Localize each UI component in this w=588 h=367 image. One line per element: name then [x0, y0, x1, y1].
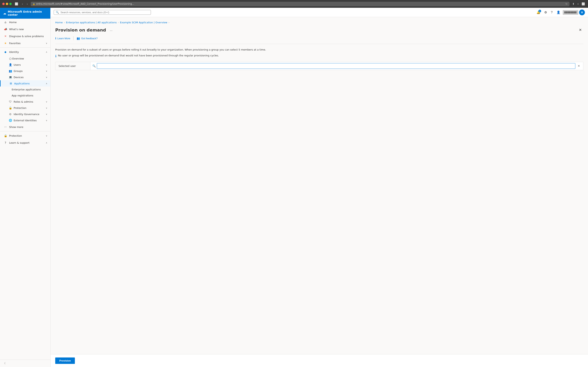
- address-bar[interactable]: 🔒 entra.microsoft.com/#view/Microsoft_AA…: [31, 2, 569, 6]
- lock-icon: 🔒: [33, 3, 35, 5]
- search-input[interactable]: [60, 11, 149, 14]
- page-header: Provision on demand ... ✕: [55, 27, 583, 33]
- settings-btn[interactable]: ⚙: [543, 9, 548, 16]
- sidebar-toggle-btn[interactable]: ⬜: [14, 2, 19, 6]
- sidebar-nav: ⌂ Home 📣 What's new ✕ Diagnose & solve p…: [0, 19, 50, 360]
- sidebar-item-applications[interactable]: ⊞ Applications ∧: [0, 80, 50, 86]
- tabs-btn[interactable]: ⬜: [581, 1, 586, 6]
- sidebar-item-protection[interactable]: 🔒 Protection ∨: [0, 105, 50, 111]
- protection-chevron-icon: ∨: [46, 107, 47, 109]
- applications-icon: ⊞: [9, 82, 13, 85]
- sidebar-item-learn-support[interactable]: ? Learn & support ∧: [0, 139, 50, 146]
- learn-more-label: Learn More: [57, 37, 70, 40]
- collapse-sidebar-btn[interactable]: 《: [3, 362, 47, 365]
- notification-badge: 1: [538, 10, 541, 12]
- sidebar-item-show-more-label: Show more: [9, 125, 47, 128]
- protection-icon: 🔒: [8, 106, 12, 109]
- whats-new-icon: 📣: [4, 28, 7, 31]
- sidebar-item-show-more[interactable]: ··· Show more: [0, 124, 50, 130]
- search-icon: 🔍: [56, 11, 59, 14]
- sidebar-item-roles-label: Roles & admins: [14, 100, 44, 103]
- sidebar-item-protection-bottom[interactable]: 🔒 Protection ∨: [0, 132, 50, 139]
- users-icon: 👤: [8, 63, 12, 66]
- identity-governance-chevron-icon: ∨: [46, 113, 47, 115]
- sidebar-item-overview[interactable]: ○ Overview: [0, 55, 50, 62]
- sidebar-item-diagnose-label: Diagnose & solve problems: [9, 35, 47, 38]
- app-name: Microsoft Entra admin center: [8, 10, 47, 16]
- close-panel-btn[interactable]: ✕: [577, 27, 583, 33]
- maximize-traffic-light[interactable]: [9, 3, 12, 5]
- sidebar-item-app-registrations[interactable]: App registrations: [0, 92, 50, 99]
- sidebar-item-roles-admins[interactable]: 🛡 Roles & admins ∨: [0, 99, 50, 105]
- home-icon: ⌂: [4, 21, 7, 24]
- provision-section: Provision: [50, 354, 588, 367]
- sidebar-item-external-identities[interactable]: 🌐 External Identities ∨: [0, 117, 50, 124]
- users-chevron-icon: ∨: [46, 64, 47, 66]
- new-tab-btn[interactable]: +: [577, 1, 580, 6]
- identity-chevron-icon: ∧: [46, 51, 47, 53]
- app-container: ☁ Microsoft Entra admin center ⌂ Home 📣 …: [0, 8, 588, 367]
- sidebar-item-learn-support-label: Learn & support: [9, 141, 44, 144]
- notification-btn[interactable]: 🔔 1: [535, 9, 542, 16]
- sidebar-item-identity-governance[interactable]: ⊙ Identity Governance ∨: [0, 111, 50, 117]
- sidebar-item-diagnose[interactable]: ✕ Diagnose & solve problems: [0, 33, 50, 40]
- sidebar-item-overview-label: Overview: [12, 57, 24, 60]
- sidebar-item-favorites[interactable]: ★ Favorites ∨: [0, 40, 50, 47]
- groups-icon: 👥: [8, 69, 12, 73]
- more-options-btn[interactable]: ...: [108, 27, 114, 33]
- learn-support-icon: ?: [4, 141, 7, 144]
- back-btn[interactable]: ‹: [21, 2, 24, 6]
- search-box[interactable]: 🔍: [54, 10, 151, 15]
- form-clear-btn[interactable]: ✕: [577, 64, 581, 68]
- breadcrumb-enterprise-apps[interactable]: Enterprise applications | All applicatio…: [66, 21, 117, 24]
- form-input-cell: 🔍 ✕: [90, 62, 583, 70]
- info-notice: ℹ No user or group will be provisioned o…: [55, 54, 583, 58]
- breadcrumb-scim-app[interactable]: Example SCIM Application | Overview: [120, 21, 168, 24]
- share-btn[interactable]: ⬆: [571, 1, 575, 6]
- minimize-traffic-light[interactable]: [6, 3, 8, 5]
- forward-btn[interactable]: ›: [26, 2, 29, 6]
- sidebar-item-identity-label: Identity: [9, 50, 44, 53]
- devices-icon: 💻: [8, 76, 12, 79]
- breadcrumb-home[interactable]: Home: [55, 21, 63, 24]
- user-avatar-placeholder: ████████: [563, 10, 578, 15]
- sidebar-item-favorites-label: Favorites: [9, 42, 44, 45]
- provision-description: Provision on-demand for a subset of user…: [55, 48, 583, 52]
- roles-icon: 🛡: [8, 100, 12, 103]
- sidebar-item-identity-governance-label: Identity Governance: [14, 113, 44, 116]
- sidebar-item-devices[interactable]: 💻 Devices ∨: [0, 74, 50, 80]
- user-avatar[interactable]: U: [579, 9, 585, 15]
- feedback-btn[interactable]: 👤: [555, 9, 562, 16]
- devices-chevron-icon: ∨: [46, 76, 47, 78]
- user-search-input[interactable]: [97, 63, 575, 69]
- identity-icon: ◆: [4, 50, 7, 53]
- feedback-toolbar-btn[interactable]: 👥 Got feedback?: [77, 36, 98, 41]
- sidebar-item-enterprise-applications[interactable]: Enterprise applications: [0, 86, 50, 92]
- applications-chevron-icon: ∧: [46, 83, 47, 84]
- sidebar-item-users[interactable]: 👤 Users ∨: [0, 62, 50, 68]
- sidebar-item-external-identities-label: External Identities: [14, 119, 44, 122]
- sidebar-item-groups-label: Groups: [14, 70, 44, 73]
- browser-chrome: ⬜ ‹ › 🔒 entra.microsoft.com/#view/Micros…: [0, 0, 588, 8]
- refresh-icon[interactable]: ↻: [565, 2, 568, 5]
- breadcrumb-sep-2: ›: [118, 21, 119, 24]
- info-section: Provision on-demand for a subset of user…: [55, 48, 583, 58]
- info-icon: ℹ: [55, 37, 56, 40]
- provision-btn[interactable]: Provision: [55, 358, 75, 364]
- browser-actions: ⬆ + ⬜: [571, 1, 586, 6]
- learn-more-btn[interactable]: ℹ Learn More: [55, 36, 70, 41]
- app-icon: ☁: [3, 11, 6, 15]
- close-traffic-light[interactable]: [2, 3, 5, 5]
- sidebar-item-enterprise-applications-label: Enterprise applications: [12, 88, 41, 91]
- sidebar-footer: 《: [0, 360, 50, 367]
- sidebar-item-home[interactable]: ⌂ Home: [0, 19, 50, 26]
- help-btn[interactable]: ?: [549, 9, 554, 16]
- sidebar-item-applications-label: Applications: [14, 82, 44, 85]
- sidebar-item-groups[interactable]: 👥 Groups ∨: [0, 68, 50, 74]
- sidebar-item-identity[interactable]: ◆ Identity ∧: [0, 48, 50, 55]
- external-identities-chevron-icon: ∨: [46, 119, 47, 122]
- groups-chevron-icon: ∨: [46, 70, 47, 72]
- page-toolbar: ℹ Learn More 👥 Got feedback?: [55, 36, 583, 44]
- form-row-user: Selected user 🔍 ✕: [55, 62, 583, 70]
- sidebar-item-whats-new[interactable]: 📣 What's new: [0, 26, 50, 33]
